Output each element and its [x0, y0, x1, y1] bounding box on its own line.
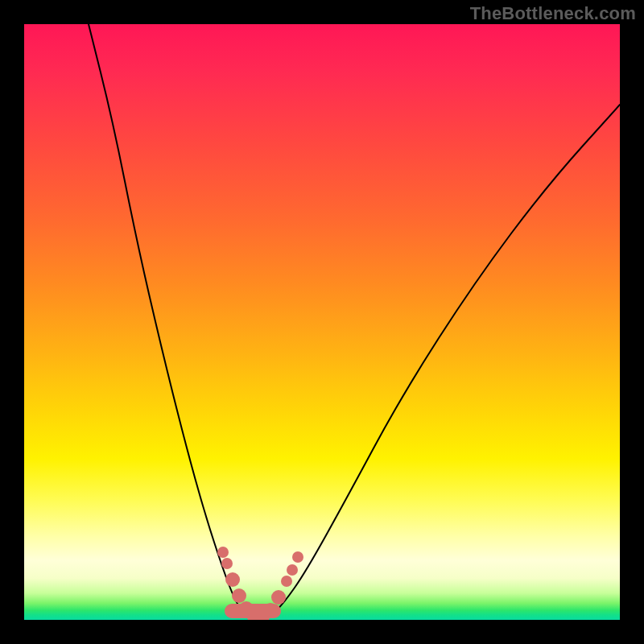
- watermark-text: TheBottleneck.com: [470, 3, 636, 24]
- plot-area: [24, 24, 620, 620]
- marker-dot: [281, 576, 292, 587]
- curve-left-branch: [89, 24, 258, 620]
- marker-dot: [225, 572, 240, 587]
- curve-layer: [24, 24, 620, 620]
- marker-dot: [221, 558, 233, 569]
- marker-dot: [292, 551, 303, 563]
- marker-dot: [287, 564, 298, 576]
- marker-dot: [217, 547, 229, 558]
- chart-stage: TheBottleneck.com: [0, 0, 644, 644]
- curve-right-branch: [258, 105, 620, 620]
- marker-dot: [271, 590, 286, 605]
- marker-dot: [232, 588, 246, 603]
